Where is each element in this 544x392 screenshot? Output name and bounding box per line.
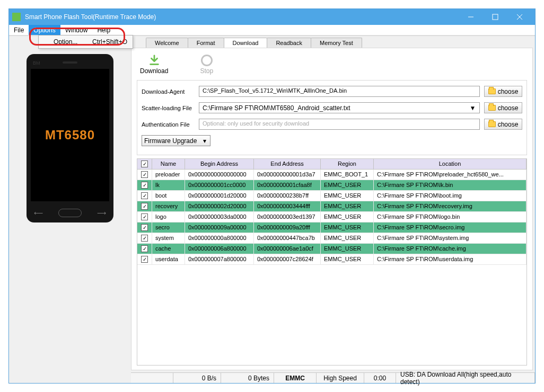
phone-speaker <box>63 61 77 64</box>
close-button[interactable] <box>507 9 532 25</box>
table-row[interactable]: ✓userdata0x000000007a8000000x000000007c2… <box>137 254 527 265</box>
cell-location: C:\Firmare SP FT\ROM\boot.img <box>374 191 527 201</box>
header-region[interactable]: Region <box>321 159 374 169</box>
row-checkbox[interactable]: ✓ <box>137 170 152 180</box>
cell-region: EMMC_USER <box>321 212 374 222</box>
menu-file[interactable]: File <box>9 25 29 35</box>
cell-name: secro <box>152 222 185 233</box>
row-checkbox[interactable]: ✓ <box>137 254 152 264</box>
cell-name: boot <box>152 191 185 201</box>
cell-begin: 0x0000000002d20000 <box>185 201 254 211</box>
cell-begin: 0x000000007a800000 <box>185 254 254 264</box>
cell-location: C:\Firmare SP FT\ROM\system.img <box>374 233 527 243</box>
row-checkbox[interactable]: ✓ <box>137 180 152 190</box>
tab-readback[interactable]: Readback <box>267 38 311 48</box>
tab-format[interactable]: Format <box>188 38 224 48</box>
table-row[interactable]: ✓recovery0x0000000002d200000x00000000034… <box>137 201 527 212</box>
menu-window[interactable]: Window <box>60 25 93 35</box>
cell-name: recovery <box>152 201 185 211</box>
maximize-button[interactable] <box>483 9 507 25</box>
cell-end: 0x0000000001cfaa8f <box>254 180 321 190</box>
row-checkbox[interactable]: ✓ <box>137 222 152 233</box>
flash-mode-select[interactable]: Firmware Upgrade ▾ <box>142 135 210 146</box>
row-checkbox[interactable]: ✓ <box>137 191 152 201</box>
status-bytes: 0 Bytes <box>221 373 274 383</box>
download-arrow-icon <box>148 55 160 66</box>
cell-location: C:\Firmare SP FT\ROM\secro.img <box>374 222 527 233</box>
tab-memory-test[interactable]: Memory Test <box>311 38 362 48</box>
toolbar: Download Stop <box>137 52 527 80</box>
phone-brand: BM <box>33 60 40 66</box>
download-button[interactable]: Download <box>140 55 168 75</box>
status-speed-mode: High Speed <box>317 373 364 383</box>
table-row[interactable]: ✓logo0x0000000003da00000x0000000003ed139… <box>137 212 527 222</box>
auth-label: Authentication File <box>142 121 199 128</box>
cell-location: C:\Firmare SP FT\ROM\logo.bin <box>374 212 527 222</box>
header-name[interactable]: Name <box>152 159 185 169</box>
option-menuitem[interactable]: Option... Ctrl+Shift+O <box>40 37 131 47</box>
cell-name: preloader <box>152 170 185 180</box>
phone-chipset-text: MT6580 <box>45 128 95 142</box>
chevron-down-icon: ▾ <box>201 137 208 144</box>
svg-rect-1 <box>493 14 498 20</box>
window-title: Smart Phone Flash Tool(Runtime Trace Mod… <box>25 13 459 21</box>
stop-button[interactable]: Stop <box>200 55 213 75</box>
stop-label: Stop <box>200 67 213 75</box>
titlebar: Smart Phone Flash Tool(Runtime Trace Mod… <box>9 9 535 25</box>
cell-begin: 0x0000000009a00000 <box>185 222 254 233</box>
cell-name: logo <box>152 212 185 222</box>
header-location[interactable]: Location <box>374 159 527 169</box>
table-body: ✓preloader0x00000000000000000x0000000000… <box>137 170 527 265</box>
chevron-down-icon[interactable]: ▼ <box>469 104 476 111</box>
table-row[interactable]: ✓system0x000000000a8000000x00000000447bc… <box>137 233 527 244</box>
status-time: 0:00 <box>364 373 396 383</box>
download-agent-input[interactable]: C:\SP_Flash_Tool_v5.1712_Win\MTK_AllInOn… <box>199 86 480 97</box>
phone-home-button <box>58 209 82 217</box>
cell-end: 0x0000000003ed1397 <box>254 212 321 222</box>
cell-location: C:\Firmare SP FT\ROM\lk.bin <box>374 180 527 190</box>
cell-location: C:\Firmare SP FT\ROM\userdata.img <box>374 254 527 264</box>
row-checkbox[interactable]: ✓ <box>137 233 152 243</box>
tab-download[interactable]: Download <box>224 38 268 48</box>
cell-begin: 0x0000000001cc0000 <box>185 180 254 190</box>
auth-input[interactable]: Optional: only used for security downloa… <box>199 119 480 130</box>
table-row[interactable]: ✓preloader0x00000000000000000x0000000000… <box>137 170 527 180</box>
table-row[interactable]: ✓boot0x0000000001d200000x00000000238b7ff… <box>137 191 527 201</box>
cell-name: userdata <box>152 254 185 264</box>
header-end[interactable]: End Address <box>254 159 321 169</box>
choose-scatter-button[interactable]: choose <box>484 102 522 113</box>
table-row[interactable]: ✓secro0x0000000009a000000x0000000009a20f… <box>137 222 527 233</box>
minimize-button[interactable] <box>459 9 483 25</box>
cell-region: EMMC_USER <box>321 244 374 254</box>
tab-strip: Welcome Format Download Readback Memory … <box>131 36 535 48</box>
table-row[interactable]: ✓cache0x000000006a8000000x000000006ae1a0… <box>137 244 527 254</box>
phone-preview-panel: BM MT6580 ⟵ ⟶ <box>9 36 131 383</box>
stop-icon <box>201 55 213 66</box>
status-usb: USB: DA Download All(high speed,auto det… <box>396 373 535 383</box>
header-check[interactable]: ✓ <box>137 159 152 169</box>
menu-help[interactable]: Help <box>92 25 115 35</box>
app-window: Smart Phone Flash Tool(Runtime Trace Mod… <box>8 8 536 384</box>
cell-region: EMMC_USER <box>321 222 374 233</box>
row-checkbox[interactable]: ✓ <box>137 244 152 254</box>
cell-name: lk <box>152 180 185 190</box>
option-label: Option... <box>54 38 77 46</box>
cell-end: 0x0000000009a20fff <box>254 222 321 233</box>
cell-end: 0x00000000238b7ff <box>254 191 321 201</box>
table-header: ✓ Name Begin Address End Address Region … <box>137 159 527 170</box>
header-begin[interactable]: Begin Address <box>185 159 254 169</box>
phone-recent-icon: ⟶ <box>97 209 106 217</box>
choose-auth-button[interactable]: choose <box>484 119 522 130</box>
row-checkbox[interactable]: ✓ <box>137 201 152 211</box>
option-shortcut: Ctrl+Shift+O <box>92 38 127 46</box>
table-row[interactable]: ✓lk0x0000000001cc00000x0000000001cfaa8fE… <box>137 180 527 191</box>
scatter-input[interactable]: C:\Firmare SP FT\ROM\MT6580_Android_scat… <box>199 102 480 113</box>
cell-end: 0x000000007c28624f <box>254 254 321 264</box>
cell-begin: 0x000000000a800000 <box>185 233 254 243</box>
cell-location: C:\Firmare SP FT\ROM\preloader_hct6580_w… <box>374 170 527 180</box>
row-checkbox[interactable]: ✓ <box>137 212 152 222</box>
menu-options[interactable]: Options <box>29 25 60 35</box>
choose-da-button[interactable]: choose <box>484 86 522 97</box>
tab-welcome[interactable]: Welcome <box>146 38 188 48</box>
main-panel: Welcome Format Download Readback Memory … <box>131 36 535 383</box>
